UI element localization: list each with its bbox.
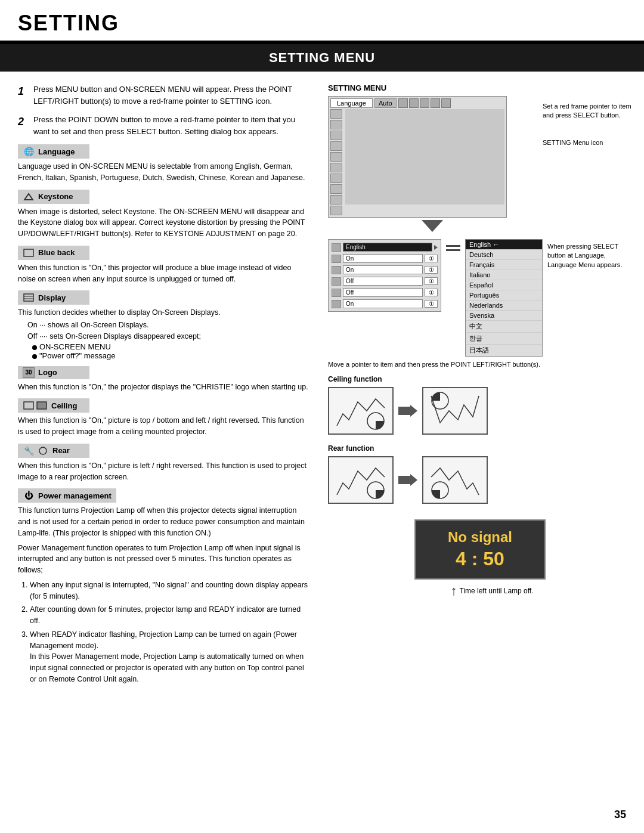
lang-arrow-right [434, 245, 438, 250]
feature-power-text1: This function turns Projection Lamp off … [18, 505, 310, 538]
feature-blueback-label: Blue back [38, 248, 75, 257]
display-bullet-2-text: "Power off?" message [39, 351, 116, 360]
svg-rect-5 [24, 402, 33, 409]
menu-icon-5 [441, 98, 451, 108]
menu-content-area [345, 109, 504, 205]
lang-english-selected: English [343, 243, 432, 252]
menu-area-top: Language Auto [328, 96, 632, 234]
feature-ceiling-header: Ceiling [18, 398, 89, 413]
menu-left-sidebar [330, 109, 343, 215]
feature-display-label: Display [38, 293, 66, 302]
svg-rect-2 [24, 294, 33, 301]
lang-panel-row-6: On ① [330, 298, 439, 309]
display-sub-off: Off ···· sets On-Screen Displays disappe… [27, 331, 310, 342]
left-column: 1 Press MENU button and ON-SCREEN MENU w… [0, 72, 322, 703]
lang-on-1: On [343, 254, 423, 263]
feature-rear-text: When this function is "On," picture is l… [18, 460, 310, 483]
logo-icon: 30 [23, 367, 35, 378]
rear-diagram [328, 456, 632, 504]
lang-item-francais: Français [466, 260, 542, 270]
no-signal-box: No signal 4 : 50 [414, 519, 546, 580]
feature-blueback: Blue back When this function is "On," th… [18, 246, 310, 285]
callout-set-pointer: Set a red frame pointer to item and pres… [543, 102, 632, 120]
callout-area: Set a red frame pointer to item and pres… [543, 102, 632, 147]
bullet-dot-2 [32, 354, 37, 359]
svg-rect-6 [37, 402, 47, 409]
lang-panel-row-5: Off ① [330, 287, 439, 298]
no-signal-timer: 4 : 50 [428, 548, 532, 570]
lang-item-portugues: Português [466, 290, 542, 301]
rear-icon-2 [37, 445, 49, 457]
sidebar-icon-3 [330, 131, 342, 140]
ceiling-function-label: Ceiling function [328, 375, 632, 383]
lang-item-nederlands: Nederlands [466, 301, 542, 311]
lang-row-icon-3 [332, 266, 341, 274]
feature-ceiling: Ceiling When this function is "On," pict… [18, 398, 310, 438]
blueback-icon [23, 247, 35, 259]
up-arrow-icon: ↑ [450, 583, 457, 599]
keystone-icon [23, 191, 35, 203]
feature-logo-label: Logo [38, 368, 57, 377]
lang-item-korean: 한글 [466, 333, 542, 345]
feature-rear-header: 🔧 Rear [18, 444, 89, 458]
lang-row-icon-5 [332, 289, 341, 297]
svg-rect-1 [24, 249, 33, 256]
down-arrow-icon [422, 220, 443, 232]
main-content: 1 Press MENU button and ON-SCREEN MENU w… [0, 72, 644, 703]
lang-val-3: ① [425, 277, 438, 285]
lang-on-3: On [343, 299, 423, 308]
lang-row-icon-4 [332, 277, 341, 286]
menu-icon-group [398, 98, 451, 108]
feature-blueback-header: Blue back [18, 246, 89, 260]
callout-setting-icon: SETTING Menu icon [543, 138, 632, 147]
menu-mockup: Language Auto [328, 96, 507, 218]
display-bullet-1: ON-SCREEN MENU [32, 342, 310, 351]
lang-panel-row-2: On ① [330, 253, 439, 264]
step-1-text: Press MENU button and ON-SCREEN MENU wil… [33, 83, 310, 107]
sidebar-icon-10 [330, 206, 342, 215]
lang-row-icon-6 [332, 300, 341, 308]
lang-item-italiano: Italiano [466, 270, 542, 280]
rear-arrow-head [410, 474, 417, 486]
ceiling-arrow-head [410, 405, 417, 417]
menu-language-tab: Language [330, 98, 373, 108]
page-number: 35 [614, 809, 626, 821]
feature-power: ⏻ Power management This function turns P… [18, 488, 310, 685]
no-signal-area: No signal 4 : 50 ↑ Time left until Lamp … [328, 513, 632, 599]
right-column: SETTING MENU Language Auto [322, 72, 644, 703]
lang-panel-row-4: Off ① [330, 275, 439, 287]
lang-item-svenska: Svenska [466, 311, 542, 321]
timer-note-area: ↑ Time left until Lamp off. [426, 583, 533, 599]
double-arrow-area [446, 245, 460, 251]
feature-keystone-label: Keystone [38, 192, 73, 201]
menu-icon-4 [431, 98, 440, 108]
rear-function-label: Rear function [328, 444, 632, 453]
lang-val-5: ① [425, 300, 438, 308]
lang-item-chinese: 中文 [466, 321, 542, 333]
ceiling-diagram [328, 387, 632, 435]
rear-arrow [398, 474, 417, 486]
lang-item-deutsch: Deutsch [466, 250, 542, 260]
pointer-note: Move a pointer to item and then press th… [328, 360, 632, 369]
sidebar-icon-1 [330, 109, 342, 119]
rear-diagram-after [422, 456, 488, 504]
feature-power-header: ⏻ Power management [18, 488, 116, 503]
feature-logo-header: 30 Logo [18, 366, 89, 379]
ceiling-icon-2 [36, 400, 48, 411]
ceiling-arrow-body [398, 407, 410, 415]
ceiling-diagram-after [422, 387, 488, 435]
feature-keystone-text: When image is distorted, select Keystone… [18, 206, 310, 240]
lang-left-panel: English On ① On ① Off ① [328, 239, 441, 312]
feature-power-label: Power management [38, 491, 112, 500]
lang-off-1: Off [343, 277, 423, 286]
language-icon: 🌐 [23, 145, 35, 157]
lang-on-2: On [343, 265, 423, 274]
rear-arrow-body [398, 476, 410, 484]
step-1-num: 1 [18, 83, 29, 107]
menu-icon-1 [398, 98, 408, 108]
no-signal-title: No signal [428, 529, 532, 546]
menu-main-area [345, 109, 504, 215]
ceiling-arrow [398, 405, 417, 417]
feature-keystone-header: Keystone [18, 190, 89, 204]
rear-diagram-before [328, 456, 394, 504]
